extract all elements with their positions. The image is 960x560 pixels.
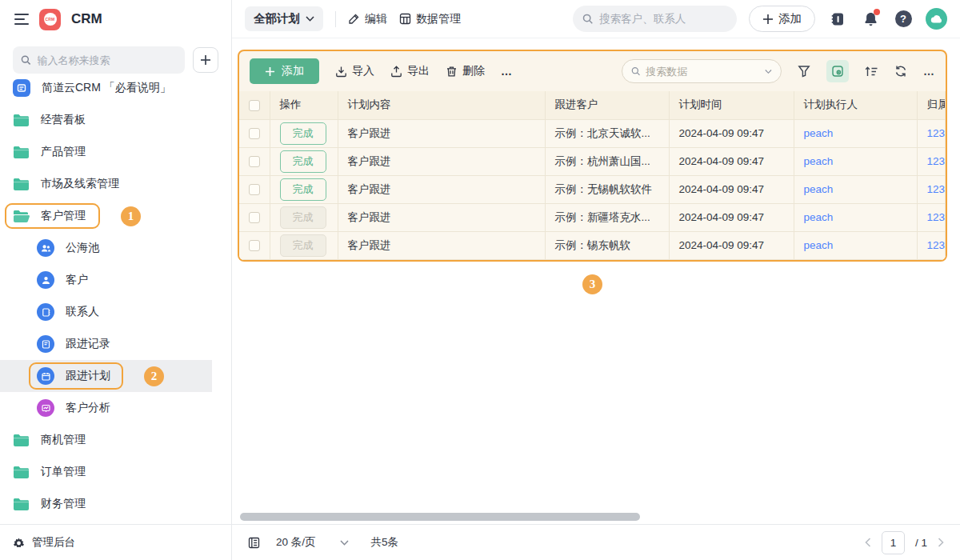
add-record-button[interactable]: 添加 <box>250 58 319 84</box>
sidebar-add-button[interactable] <box>193 47 218 73</box>
notifications-button[interactable] <box>860 11 881 27</box>
sidebar-item-followup-records[interactable]: 跟进记录 <box>0 328 231 360</box>
sort-button[interactable] <box>865 66 878 78</box>
sidebar-item-public-pool[interactable]: 公海池 <box>0 232 231 264</box>
complete-button[interactable]: 完成 <box>280 122 326 145</box>
row-checkbox[interactable] <box>249 184 260 195</box>
sidebar-item-crm-guide[interactable]: 简道云CRM 「必看说明」 <box>0 78 231 104</box>
cloud-icon <box>930 14 943 23</box>
complete-button[interactable]: 完成 <box>280 178 326 201</box>
annotation-badge-2: 2 <box>144 366 164 386</box>
sidebar-item-customer-management[interactable]: 客户管理 1 <box>0 200 231 232</box>
import-button[interactable]: 导入 <box>335 64 374 78</box>
cell-time: 2024-04-09 09:47 <box>669 203 794 231</box>
dept-link[interactable]: 123 <box>927 155 946 167</box>
sidebar-item-customers[interactable]: 客户 <box>0 264 231 296</box>
view-switcher[interactable]: 全部计划 <box>245 6 323 31</box>
sidebar-search-input[interactable] <box>38 54 177 66</box>
row-checkbox[interactable] <box>249 156 260 167</box>
dept-link[interactable]: 123 <box>927 127 946 139</box>
global-add-button[interactable]: 添加 <box>749 6 815 32</box>
sidebar-item-contacts[interactable]: 联系人 <box>0 296 231 328</box>
chevron-down-icon[interactable] <box>765 69 772 74</box>
sidebar-item-products[interactable]: 产品管理 <box>0 136 231 168</box>
data-search-input[interactable] <box>646 66 759 78</box>
divider <box>335 11 336 27</box>
global-search[interactable] <box>573 6 737 32</box>
content-area: 添加 导入 导出 删除 … <box>232 38 960 524</box>
sidebar-search[interactable] <box>13 46 185 74</box>
question-icon: ? <box>895 10 912 27</box>
sidebar-header: CRM CRM <box>0 0 231 38</box>
refresh-icon <box>894 65 907 78</box>
row-checkbox[interactable] <box>249 240 260 251</box>
toolbar-more-left-button[interactable]: … <box>501 65 513 78</box>
dept-link[interactable]: 123 <box>927 239 946 251</box>
page-size-value[interactable]: 20 条/页 <box>276 535 316 550</box>
search-icon <box>21 54 31 66</box>
sidebar-item-dashboard[interactable]: 经营看板 <box>0 104 231 136</box>
dept-link[interactable]: 123 <box>927 211 946 223</box>
sort-icon <box>865 66 878 78</box>
plus-icon <box>200 54 211 66</box>
sidebar-item-market-leads[interactable]: 市场及线索管理 <box>0 168 231 200</box>
toolbar-more-right-button[interactable]: … <box>923 65 935 78</box>
executor-link[interactable]: peach <box>804 239 834 251</box>
next-page-icon[interactable] <box>938 538 944 547</box>
sidebar-item-customer-analysis[interactable]: 客户分析 <box>0 392 231 424</box>
sidebar-item-label: 联系人 <box>66 305 99 319</box>
executor-link[interactable]: peach <box>804 127 834 139</box>
admin-console-link[interactable]: 管理后台 <box>0 524 231 560</box>
data-search[interactable] <box>622 59 782 83</box>
executor-link[interactable]: peach <box>804 211 834 223</box>
collapse-menu-icon[interactable] <box>14 10 29 28</box>
plans-table: 操作 计划内容 跟进客户 计划时间 计划执行人 归属部门 完成 客户跟进 示例：… <box>239 91 946 260</box>
record-icon <box>37 335 54 353</box>
sidebar-item-label: 客户 <box>66 273 88 287</box>
current-page-input[interactable]: 1 <box>882 531 905 554</box>
address-book-button[interactable] <box>827 11 848 27</box>
chevron-down-icon[interactable] <box>340 540 349 546</box>
delete-button[interactable]: 删除 <box>446 64 485 78</box>
annotation-badge-1: 1 <box>121 206 141 226</box>
sidebar-item-orders[interactable]: 订单管理 <box>0 456 231 488</box>
horizontal-scrollbar[interactable] <box>240 513 640 521</box>
table-toolbar: 添加 导入 导出 删除 … <box>239 51 946 91</box>
table-icon <box>399 13 411 25</box>
avatar[interactable] <box>926 8 947 30</box>
view-settings-button[interactable] <box>826 60 849 82</box>
folder-icon <box>13 114 30 127</box>
row-checkbox[interactable] <box>249 212 260 223</box>
dept-link[interactable]: 123 <box>927 183 946 195</box>
executor-link[interactable]: peach <box>804 183 834 195</box>
total-pages-label: / 1 <box>915 537 927 549</box>
sidebar-item-opportunities[interactable]: 商机管理 <box>0 424 231 456</box>
col-header-dept: 归属部门 <box>917 91 946 119</box>
col-header-content: 计划内容 <box>338 91 545 119</box>
cell-customer: 示例：新疆塔克水... <box>545 203 669 231</box>
row-checkbox[interactable] <box>249 128 260 139</box>
complete-button[interactable]: 完成 <box>280 150 326 173</box>
sidebar-item-label: 客户管理 <box>41 209 86 223</box>
refresh-button[interactable] <box>894 65 907 78</box>
annotation-ring-2: 跟进计划 <box>29 362 123 390</box>
sidebar-item-finance[interactable]: 财务管理 <box>0 488 231 520</box>
prev-page-icon[interactable] <box>865 538 871 547</box>
global-search-input[interactable] <box>599 13 727 25</box>
plus-icon <box>265 66 275 77</box>
sidebar-item-followup-plans[interactable]: 跟进计划 2 <box>0 360 212 392</box>
total-count: 共5条 <box>371 535 399 550</box>
export-button[interactable]: 导出 <box>390 64 430 78</box>
table-row: 完成 客户跟进 示例：北京天诚软... 2024-04-09 09:47 pea… <box>239 119 946 147</box>
help-button[interactable]: ? <box>893 10 914 27</box>
sidebar-item-label: 简道云CRM 「必看说明」 <box>42 81 171 95</box>
edit-button[interactable]: 编辑 <box>348 12 387 26</box>
select-all-checkbox[interactable] <box>249 100 260 111</box>
page-list-icon[interactable] <box>248 537 260 549</box>
table-header-row: 操作 计划内容 跟进客户 计划时间 计划执行人 归属部门 <box>239 91 946 119</box>
complete-button-disabled: 完成 <box>280 234 326 257</box>
filter-button[interactable] <box>798 65 810 78</box>
executor-link[interactable]: peach <box>804 155 834 167</box>
data-manage-button[interactable]: 数据管理 <box>399 12 461 26</box>
sidebar-item-label: 经营看板 <box>41 113 86 127</box>
